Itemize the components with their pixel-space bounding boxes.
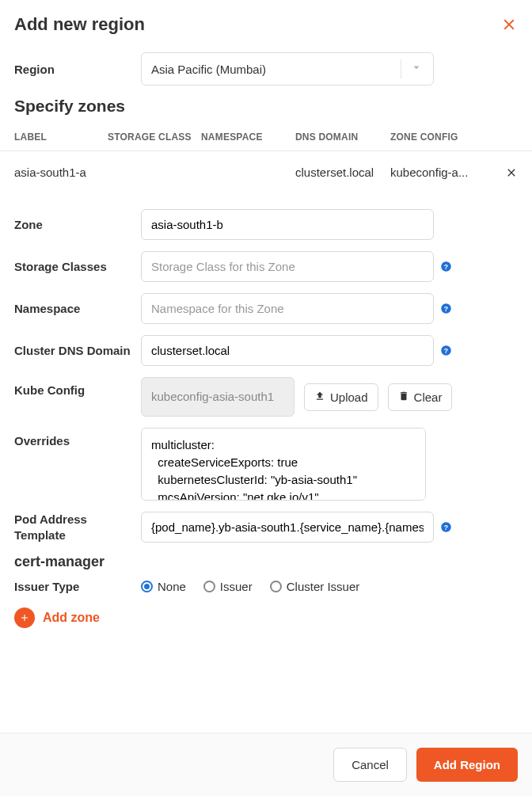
- th-dns: DNS DOMAIN: [295, 131, 390, 143]
- region-value: Asia Pacific (Mumbai): [151, 63, 266, 76]
- upload-label: Upload: [330, 390, 368, 404]
- namespace-label: Namespace: [14, 302, 141, 315]
- trash-icon: [398, 390, 409, 404]
- chevron-down-icon: [409, 60, 424, 78]
- radio-cluster-issuer[interactable]: Cluster Issuer: [270, 580, 360, 593]
- issuer-type-label: Issuer Type: [14, 580, 141, 593]
- clear-label: Clear: [414, 390, 443, 404]
- help-icon[interactable]: ?: [440, 521, 452, 533]
- storage-label: Storage Classes: [14, 260, 141, 273]
- radio-none-label: None: [158, 580, 186, 593]
- zones-table-header: LABEL STORAGE CLASS NAMESPACE DNS DOMAIN…: [0, 124, 532, 151]
- pod-label: Pod Address Template: [14, 512, 141, 543]
- pod-input[interactable]: [141, 512, 434, 543]
- td-label: asia-south1-a: [14, 166, 108, 179]
- select-separator: [401, 59, 401, 78]
- radio-icon: [141, 581, 153, 592]
- svg-text:?: ?: [444, 263, 448, 271]
- help-icon[interactable]: ?: [440, 345, 452, 356]
- overrides-textarea[interactable]: multicluster: createServiceExports: true…: [141, 428, 426, 501]
- dns-input[interactable]: [141, 335, 434, 366]
- plus-icon: [14, 607, 35, 628]
- th-namespace: NAMESPACE: [201, 131, 295, 143]
- th-label: LABEL: [14, 131, 108, 143]
- namespace-input[interactable]: [141, 293, 434, 324]
- kube-label: Kube Config: [14, 377, 141, 397]
- dns-label: Cluster DNS Domain: [14, 344, 141, 357]
- radio-cluster-label: Cluster Issuer: [287, 580, 360, 593]
- radio-issuer-label: Issuer: [220, 580, 253, 593]
- svg-text:?: ?: [444, 524, 448, 531]
- help-icon[interactable]: ?: [440, 261, 452, 272]
- th-storage: STORAGE CLASS: [108, 131, 201, 143]
- close-icon[interactable]: [500, 16, 518, 33]
- region-select[interactable]: Asia Pacific (Mumbai): [141, 52, 434, 86]
- add-zone-button[interactable]: Add zone: [14, 607, 518, 628]
- kube-filename: kubeconfig-asia-south1: [141, 377, 294, 417]
- specify-zones-heading: Specify zones: [14, 97, 518, 116]
- modal-title: Add new region: [14, 14, 145, 35]
- help-icon[interactable]: ?: [440, 303, 452, 314]
- td-config: kubeconfig-a...: [390, 166, 473, 179]
- cancel-button[interactable]: Cancel: [333, 748, 407, 782]
- th-config: ZONE CONFIG: [390, 131, 485, 143]
- storage-input[interactable]: [141, 251, 434, 282]
- radio-icon: [203, 581, 215, 592]
- delete-row-icon[interactable]: [505, 166, 518, 179]
- cert-manager-heading: cert-manager: [14, 554, 518, 570]
- issuer-radio-group: None Issuer Cluster Issuer: [141, 580, 359, 593]
- svg-text:?: ?: [444, 305, 448, 313]
- add-zone-label: Add zone: [43, 611, 100, 625]
- zone-input[interactable]: [141, 209, 434, 240]
- radio-icon: [270, 581, 282, 592]
- upload-icon: [314, 390, 325, 404]
- radio-none[interactable]: None: [141, 580, 186, 593]
- td-dns: clusterset.local: [295, 166, 390, 179]
- overrides-label: Overrides: [14, 428, 141, 448]
- zone-label: Zone: [14, 218, 141, 231]
- clear-button[interactable]: Clear: [388, 383, 453, 411]
- region-label: Region: [14, 63, 141, 76]
- radio-issuer[interactable]: Issuer: [203, 580, 253, 593]
- svg-text:?: ?: [444, 347, 448, 355]
- table-row: asia-south1-a clusterset.local kubeconfi…: [14, 151, 518, 193]
- upload-button[interactable]: Upload: [304, 383, 378, 411]
- add-region-button[interactable]: Add Region: [416, 748, 518, 782]
